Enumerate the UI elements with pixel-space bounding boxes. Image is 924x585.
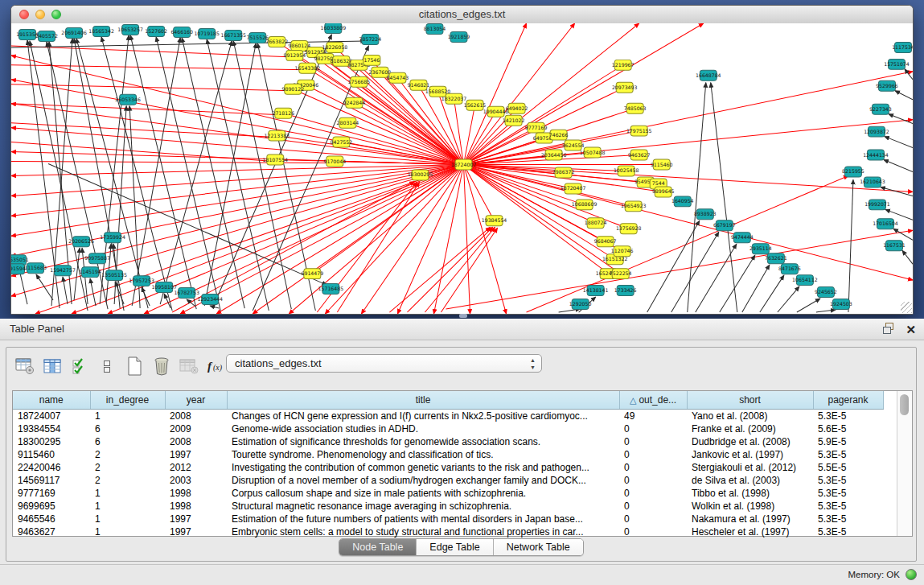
network-node[interactable]: 746266 [549,130,569,140]
table-cell[interactable]: 2008 [165,410,227,423]
network-node[interactable]: 1167531 [883,241,906,251]
network-node[interactable]: 8215955 [842,167,864,177]
network-node[interactable]: 1733426 [614,286,637,296]
table-cell[interactable]: 19384554 [13,422,90,435]
table-cell[interactable]: Hescheler et al. (1997) [687,525,813,538]
network-node[interactable]: 9777169 [525,122,548,133]
vertical-scrollbar[interactable] [897,391,912,536]
table-cell[interactable]: 1998 [165,487,227,500]
network-window[interactable]: citations_edges.txt 19153542405572206914… [10,5,914,315]
network-node[interactable]: 20364456 [541,150,567,160]
network-node[interactable]: 16543382 [295,63,321,73]
table-cell[interactable]: Franke et al. (2009) [687,422,813,435]
table-cell[interactable]: 1 [90,513,165,525]
network-node[interactable]: 17016504 [873,219,898,229]
network-node[interactable]: 16033809 [321,23,347,33]
table-row[interactable]: 977716911998Corpus callosum shape and si… [13,487,897,500]
network-node[interactable]: 9170044 [324,156,347,167]
table-cell[interactable]: 9115460 [13,448,90,461]
network-node[interactable]: 1219967 [612,60,634,70]
table-cell[interactable]: 5.3E-5 [813,513,883,525]
column-header-year[interactable]: year [165,391,227,410]
close-panel-icon[interactable]: ✕ [906,323,916,336]
network-node[interactable]: 8454743 [387,72,409,83]
network-node[interactable]: 9245652 [815,287,837,298]
table-cell[interactable]: 5.9E-5 [813,435,883,448]
table-cell[interactable]: Tibbo et al. (1998) [687,487,813,500]
network-node[interactable]: 20973493 [612,82,638,93]
splitter-handle[interactable] [459,314,467,318]
table-cell[interactable]: 0 [619,474,687,487]
table-cell[interactable]: 2 [90,474,165,487]
table-row[interactable]: 1938455462009Genome-wide association stu… [13,422,897,435]
network-node[interactable]: 13505135 [101,270,127,281]
network-node[interactable]: 8938923 [694,209,717,220]
network-node[interactable]: 18565342 [88,26,114,36]
network-node[interactable]: 18720407 [561,183,586,194]
network-node[interactable]: 15751074 [884,59,910,69]
table-cell[interactable]: 1 [90,410,165,423]
network-node[interactable]: 16648784 [696,70,721,80]
table-row[interactable]: 1872400712008Changes of HCN gene express… [13,410,897,423]
table-cell[interactable]: 9777169 [13,487,90,500]
table-cell[interactable]: 0 [619,448,687,461]
float-panel-icon[interactable] [881,322,896,338]
show-columns-icon[interactable] [40,355,64,377]
table-cell[interactable]: 5.3E-5 [813,500,883,513]
network-node[interactable]: 9890122 [282,84,305,94]
network-node[interactable]: 16671355 [220,30,246,40]
table-cell[interactable]: Nakamura et al. (1997) [687,513,813,525]
network-node[interactable]: 12444134 [863,150,889,160]
network-node[interactable]: 12093872 [864,126,889,137]
column-header-in_degree[interactable]: in_degree [90,391,165,410]
network-node[interactable]: 6914479 [302,269,324,279]
tab-edge-table[interactable]: Edge Table [417,539,493,555]
delete-columns-icon[interactable] [150,355,174,377]
table-cell[interactable]: Embryonic stem cells: a model to study s… [227,525,619,538]
table-cell[interactable]: 2008 [165,435,227,448]
column-header-title[interactable]: title [227,391,619,410]
table-cell[interactable]: 1997 [165,448,227,461]
table-cell[interactable]: Genome-wide association studies in ADHD. [227,422,619,435]
network-node[interactable]: 8813054 [424,23,446,34]
table-cell[interactable]: 1 [90,487,165,500]
table-mode-icon[interactable] [13,355,37,377]
network-node[interactable]: 1880724 [585,218,607,229]
table-row[interactable]: 946362711997Embryonic stem cells: a mode… [13,525,897,538]
network-node[interactable]: 1115683 [24,263,47,274]
network-node[interactable]: 1924503 [830,299,852,310]
network-node[interactable]: 17359924 [100,233,125,243]
network-node[interactable]: 7663822 [265,36,288,47]
network-node[interactable]: 15716485 [318,284,344,295]
table-cell[interactable]: 5.3E-5 [813,410,883,423]
table-cell[interactable]: 0 [619,525,687,538]
table-cell[interactable]: 9699695 [13,500,90,513]
new-column-icon[interactable] [122,355,146,377]
network-node[interactable]: 10654112 [792,275,818,286]
column-header-out_de[interactable]: △out_de... [619,391,687,410]
table-cell[interactable]: de Silva et al. (2003) [687,474,813,487]
table-cell[interactable]: Changes of HCN gene expression and I(f) … [227,410,619,423]
network-node[interactable]: 19992071 [864,200,890,210]
table-cell[interactable]: 5.3E-5 [813,525,883,538]
resize-grip-icon[interactable] [901,302,912,313]
table-cell[interactable]: Tourette syndrome. Phenomenology and cla… [227,448,619,461]
table-cell[interactable]: 0 [619,500,687,513]
network-node[interactable]: 2803144 [337,117,359,128]
network-node[interactable]: 1527602 [145,26,167,36]
table-cell[interactable]: 5.3E-5 [813,487,883,500]
network-node[interactable]: 19904448 [483,106,509,117]
table-cell[interactable]: 2 [90,461,165,474]
network-node[interactable]: 16782753 [174,288,199,299]
network-node[interactable]: 10507488 [580,147,606,158]
network-node[interactable]: 6494022 [506,103,528,113]
network-node[interactable]: 9899645 [652,187,675,197]
network-node[interactable]: 18107554 [263,154,289,165]
network-node[interactable]: 7632621 [765,253,787,264]
unselect-all-columns-icon[interactable] [95,355,119,377]
network-node[interactable]: 13756928 [616,224,642,234]
network-node[interactable]: 10653257 [117,24,143,35]
table-cell[interactable]: 22420046 [13,461,90,474]
network-node[interactable]: 6466160 [170,27,193,37]
network-node[interactable]: 7485063 [624,103,647,113]
